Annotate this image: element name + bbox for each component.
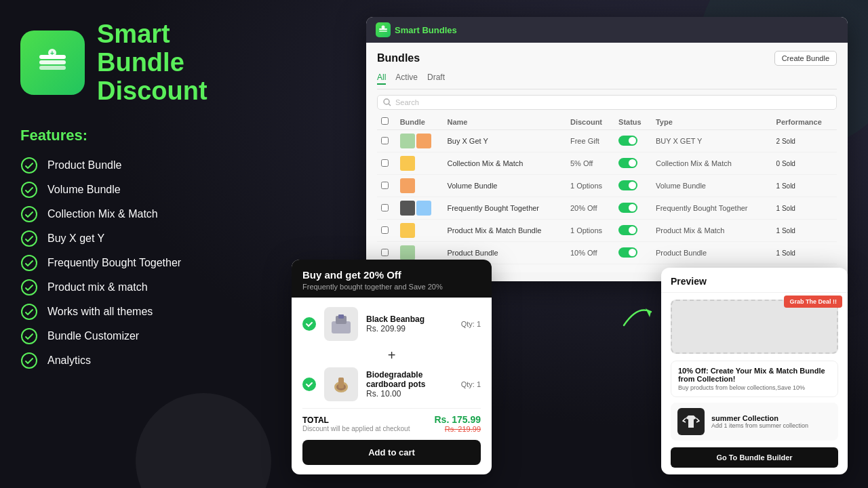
tab-draft[interactable]: Draft bbox=[427, 73, 445, 85]
col-name: Name bbox=[443, 114, 566, 130]
topbar-logo: Smart Bundles bbox=[376, 22, 457, 37]
col-check bbox=[377, 114, 396, 130]
svg-point-10 bbox=[22, 280, 37, 295]
svg-rect-24 bbox=[338, 378, 344, 388]
svg-point-5 bbox=[22, 158, 37, 173]
preview-card: Preview Grab The Deal !! 10% Off: Create… bbox=[661, 268, 848, 474]
svg-point-16 bbox=[382, 26, 385, 29]
check-icon-analytics bbox=[20, 352, 38, 369]
admin-search[interactable]: Search bbox=[377, 95, 837, 110]
admin-tabs: All Active Draft bbox=[377, 73, 837, 89]
check-icon-product-bundle bbox=[20, 157, 38, 174]
fbt-product-info-2: Biodegradable cardboard pots Rs. 10.00 bbox=[366, 370, 453, 399]
feature-buy-x-get-y: Buy X get Y bbox=[20, 230, 264, 247]
fbt-popup-subtitle: Frequently bought together and Save 20% bbox=[302, 283, 481, 291]
feature-analytics: Analytics bbox=[20, 352, 264, 369]
add-to-cart-button[interactable]: Add to cart bbox=[302, 440, 481, 465]
features-heading: Features: bbox=[20, 127, 264, 144]
brand-header: + Smart Bundle Discount bbox=[20, 20, 264, 105]
fbt-item-1: Black Beanbag Rs. 209.99 Qty: 1 bbox=[302, 307, 481, 341]
svg-marker-25 bbox=[646, 308, 651, 317]
feature-product-bundle: Product Bundle bbox=[20, 157, 264, 174]
preview-header: Preview bbox=[661, 268, 848, 293]
feature-works-with-all-themes: Works with all themes bbox=[20, 303, 264, 321]
table-row[interactable]: Collection Mix & Match 5% Off Collection… bbox=[377, 152, 837, 175]
preview-offer-box: 10% Off: Create Your Mix & Match Bundle … bbox=[671, 361, 838, 397]
table-row[interactable]: Volume Bundle 1 Options Volume Bundle 1 … bbox=[377, 175, 837, 197]
arrow-decoration bbox=[617, 291, 658, 332]
fbt-product-img-1 bbox=[324, 307, 358, 341]
check-icon-collection-mix-match bbox=[20, 205, 38, 223]
brand-logo-icon: + bbox=[20, 30, 85, 95]
table-row[interactable]: Buy X Get Y Free Gift BUY X GET Y 2 Sold bbox=[377, 130, 837, 152]
preview-product-image: Grab The Deal !! bbox=[671, 300, 838, 354]
topbar-logo-icon bbox=[376, 22, 391, 37]
feature-volume-bundle: Volume Bundle bbox=[20, 181, 264, 199]
fbt-checkbox-2[interactable] bbox=[302, 378, 316, 391]
feature-collection-mix-match: Collection Mix & Match bbox=[20, 205, 264, 223]
admin-page-title: Bundles bbox=[377, 52, 420, 64]
feature-list: Product Bundle Volume Bundle Collection … bbox=[20, 157, 264, 369]
admin-panel: Smart Bundles Bundles Create Bundle All … bbox=[366, 17, 848, 281]
svg-point-9 bbox=[22, 256, 37, 270]
svg-rect-1 bbox=[39, 66, 66, 70]
svg-point-8 bbox=[22, 231, 37, 246]
fbt-item-2: Biodegradable cardboard pots Rs. 10.00 Q… bbox=[302, 367, 481, 401]
svg-rect-21 bbox=[338, 314, 344, 319]
svg-point-7 bbox=[22, 207, 37, 222]
fbt-total-row: TOTAL Discount will be applied at checko… bbox=[302, 408, 481, 433]
bundle-table: Bundle Name Discount Status Type Perform… bbox=[377, 114, 837, 264]
search-icon bbox=[383, 98, 391, 106]
col-status: Status bbox=[614, 114, 652, 130]
fbt-product-img-2 bbox=[324, 367, 358, 401]
svg-rect-15 bbox=[379, 30, 387, 32]
preview-offer-title: 10% Off: Create Your Mix & Match Bundle … bbox=[678, 367, 831, 383]
col-bundle: Bundle bbox=[396, 114, 443, 130]
feature-frequently-bought-together: Frequently Bought Together bbox=[20, 254, 264, 272]
create-bundle-button[interactable]: Create Bundle bbox=[774, 51, 837, 66]
fbt-popup-title: Buy and get 20% Off bbox=[302, 269, 481, 281]
search-placeholder: Search bbox=[395, 98, 419, 106]
col-type: Type bbox=[652, 114, 772, 130]
col-discount: Discount bbox=[566, 114, 614, 130]
topbar-logo-text: Smart Bundles bbox=[395, 25, 457, 35]
fbt-plus-icon: + bbox=[302, 348, 481, 363]
check-icon-product-mix-match bbox=[20, 279, 38, 296]
table-row[interactable]: Frequently Bought Together 20% Off Frequ… bbox=[377, 197, 837, 220]
svg-point-11 bbox=[22, 304, 37, 319]
brand-title: Smart Bundle Discount bbox=[97, 20, 264, 105]
admin-content: Bundles Create Bundle All Active Draft S… bbox=[366, 43, 848, 272]
svg-point-12 bbox=[22, 329, 37, 344]
fbt-checkbox-1[interactable] bbox=[302, 317, 316, 331]
feature-product-mix-match: Product mix & match bbox=[20, 279, 264, 296]
fbt-product-info-1: Black Beanbag Rs. 209.99 bbox=[366, 314, 453, 333]
check-icon-buy-x-get-y bbox=[20, 230, 38, 247]
tab-active[interactable]: Active bbox=[395, 73, 418, 85]
svg-rect-0 bbox=[39, 60, 66, 64]
admin-topbar: Smart Bundles bbox=[366, 17, 848, 43]
fbt-popup: Buy and get 20% Off Frequently bought to… bbox=[292, 260, 492, 474]
grab-deal-badge[interactable]: Grab The Deal !! bbox=[784, 296, 842, 308]
preview-offer-subtitle: Buy products from below collections,Save… bbox=[678, 384, 831, 391]
check-icon-works-with-themes bbox=[20, 303, 38, 321]
svg-point-13 bbox=[22, 353, 37, 368]
check-icon-bundle-customizer bbox=[20, 327, 38, 345]
svg-point-6 bbox=[22, 182, 37, 197]
svg-point-17 bbox=[384, 99, 389, 104]
go-to-builder-button[interactable]: Go To Bundle Builder bbox=[671, 447, 838, 468]
fbt-header: Buy and get 20% Off Frequently bought to… bbox=[292, 260, 492, 298]
preview-collection-row: summer Collection Add 1 items from summe… bbox=[671, 403, 838, 441]
table-row[interactable]: Product Mix & Match Bundle 1 Options Pro… bbox=[377, 220, 837, 242]
fbt-body: Black Beanbag Rs. 209.99 Qty: 1 + Biodeg… bbox=[292, 298, 492, 474]
feature-bundle-customizer: Bundle Customizer bbox=[20, 327, 264, 345]
preview-body: Grab The Deal !! 10% Off: Create Your Mi… bbox=[661, 293, 848, 474]
check-icon-volume-bundle bbox=[20, 181, 38, 199]
admin-title-bar: Bundles Create Bundle bbox=[377, 51, 837, 66]
svg-line-18 bbox=[389, 104, 391, 106]
col-performance: Performance bbox=[772, 114, 837, 130]
svg-text:+: + bbox=[50, 49, 54, 57]
check-icon-fbt bbox=[20, 254, 38, 272]
collection-tshirt-icon bbox=[677, 408, 705, 435]
collection-info: summer Collection Add 1 items from summe… bbox=[711, 414, 831, 429]
tab-all[interactable]: All bbox=[377, 73, 386, 85]
